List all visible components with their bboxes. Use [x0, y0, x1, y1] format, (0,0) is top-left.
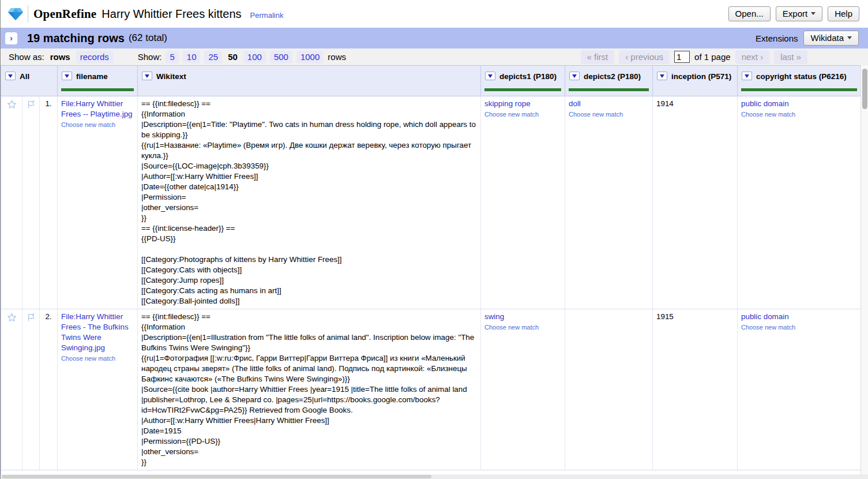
star-icon[interactable] — [7, 100, 17, 112]
vertical-scrollbar[interactable] — [861, 65, 868, 474]
first-page-button[interactable]: « first — [581, 50, 615, 64]
choose-new-match-link[interactable]: Choose new match — [484, 323, 561, 331]
chevron-down-icon — [847, 36, 852, 39]
show-as-records-link[interactable]: records — [76, 51, 113, 63]
flag-cell — [22, 96, 40, 309]
column-menu-button[interactable] — [569, 72, 580, 80]
matching-rows-count: 19 matching rows — [27, 32, 125, 45]
dropdown-caret-icon — [8, 74, 13, 78]
pagination: « first ‹ previous of 1 page next › last… — [581, 50, 807, 64]
last-page-button[interactable]: last » — [774, 50, 807, 64]
summary-bar: › 19 matching rows (62 total) Extensions… — [1, 28, 868, 48]
next-page-button[interactable]: next › — [735, 50, 770, 64]
choose-new-match-link[interactable]: Choose new match — [484, 110, 561, 118]
filename-cell: File:Harry Whittier Frees -- Playtime.jp… — [58, 96, 138, 309]
matched-value-link[interactable]: skipping rope — [484, 99, 561, 109]
page-size-1000[interactable]: 1000 — [296, 51, 324, 63]
inception-cell: 1915 — [653, 309, 738, 470]
filename-cell: File:Harry Whittier Frees - The Bufkins … — [58, 309, 138, 470]
depicts1-cell: swing Choose new match — [481, 309, 565, 470]
vertical-scrollbar-thumb[interactable] — [862, 69, 867, 109]
horizontal-scrollbar-thumb[interactable] — [2, 475, 431, 478]
rows-suffix-label: rows — [328, 52, 346, 62]
page-size-10[interactable]: 10 — [183, 51, 201, 63]
page-size-5[interactable]: 5 — [166, 51, 178, 63]
column-header-all: All — [1, 66, 58, 96]
flag-icon[interactable] — [27, 100, 36, 112]
depicts2-cell — [565, 309, 653, 470]
show-as-label: Show as: — [9, 52, 44, 62]
logo-divider — [28, 5, 28, 23]
dropdown-caret-icon — [572, 74, 577, 78]
wikitext-value: == {{int:filedesc}} == {{Information |De… — [141, 312, 477, 467]
wikidata-extension-button[interactable]: Wikidata — [803, 31, 859, 46]
row-index: 1. — [40, 96, 58, 309]
column-header-inception: inception (P571) — [653, 66, 738, 96]
matched-value-link[interactable]: doll — [569, 99, 649, 109]
show-as-rows-selected: rows — [48, 51, 72, 63]
column-header-row: All filename Wikitext depicts1 (P180) de… — [1, 66, 861, 96]
project-title: Harry Whittier Frees kittens — [102, 8, 241, 21]
star-cell — [1, 96, 22, 309]
flag-icon[interactable] — [27, 313, 36, 325]
depicts1-cell: skipping rope Choose new match — [481, 96, 565, 309]
reconciliation-progress-bar — [484, 88, 561, 91]
column-header-depicts1: depicts1 (P180) — [481, 66, 565, 96]
page-size-50-selected: 50 — [226, 51, 239, 63]
collapse-panel-button[interactable]: › — [5, 32, 17, 44]
title-bar: OpenRefine Harry Whittier Frees kittens … — [1, 0, 868, 28]
page-count-label: of 1 page — [694, 52, 731, 62]
depicts2-cell: doll Choose new match — [565, 96, 653, 309]
matched-value-link[interactable]: public domain — [741, 99, 857, 109]
reconciliation-progress-bar — [61, 88, 134, 91]
choose-new-match-link[interactable]: Choose new match — [61, 354, 134, 362]
column-menu-button[interactable] — [5, 72, 16, 80]
column-menu-button[interactable] — [142, 72, 152, 80]
matched-value-link[interactable]: File:Harry Whittier Frees - The Bufkins … — [61, 312, 134, 353]
permalink-link[interactable]: Permalink — [250, 11, 284, 20]
copyright-status-cell: public domain Choose new match — [738, 96, 861, 309]
previous-page-button[interactable]: ‹ previous — [619, 50, 670, 64]
column-menu-button[interactable] — [62, 72, 72, 80]
column-header-filename: filename — [58, 66, 138, 96]
copyright-status-cell: public domain Choose new match — [738, 309, 861, 470]
open-button[interactable]: Open... — [728, 6, 771, 21]
wikitext-cell: == {{int:filedesc}} == {{Information |De… — [138, 309, 481, 470]
row-index: 2. — [40, 309, 58, 470]
page-number-input[interactable] — [674, 51, 690, 63]
dropdown-caret-icon — [660, 74, 664, 78]
dropdown-caret-icon — [65, 74, 69, 78]
dropdown-caret-icon — [145, 74, 149, 78]
reconciliation-progress-bar — [741, 88, 857, 91]
column-menu-button[interactable] — [657, 72, 667, 80]
flag-cell — [22, 309, 40, 470]
horizontal-scrollbar[interactable] — [1, 474, 868, 479]
page-size-500[interactable]: 500 — [270, 51, 292, 63]
help-button[interactable]: Help — [828, 6, 859, 21]
show-label: Show: — [138, 52, 162, 62]
matched-value-link[interactable]: swing — [484, 312, 561, 322]
choose-new-match-link[interactable]: Choose new match — [61, 121, 134, 129]
column-menu-button[interactable] — [485, 72, 495, 80]
choose-new-match-link[interactable]: Choose new match — [741, 110, 857, 118]
app-name: OpenRefine — [33, 7, 96, 21]
column-header-copyright-status: copyright status (P6216) — [738, 66, 861, 96]
openrefine-logo-icon — [8, 8, 23, 21]
export-button[interactable]: Export — [776, 6, 822, 21]
extensions-label: Extensions — [756, 33, 798, 43]
reconciliation-progress-bar — [569, 88, 649, 91]
column-header-wikitext: Wikitext — [138, 66, 481, 96]
choose-new-match-link[interactable]: Choose new match — [741, 323, 857, 331]
wikitext-value: == {{int:filedesc}} == {{Information |De… — [141, 99, 477, 306]
page-size-100[interactable]: 100 — [243, 51, 266, 63]
inception-cell: 1914 — [653, 96, 738, 309]
chevron-down-icon — [811, 12, 816, 15]
star-icon[interactable] — [7, 313, 17, 325]
wikitext-cell: == {{int:filedesc}} == {{Information |De… — [138, 96, 481, 309]
matched-value-link[interactable]: File:Harry Whittier Frees -- Playtime.jp… — [61, 99, 134, 119]
dropdown-caret-icon — [745, 74, 749, 78]
choose-new-match-link[interactable]: Choose new match — [569, 110, 649, 118]
column-menu-button[interactable] — [742, 72, 752, 80]
matched-value-link[interactable]: public domain — [741, 312, 857, 322]
page-size-25[interactable]: 25 — [204, 51, 222, 63]
